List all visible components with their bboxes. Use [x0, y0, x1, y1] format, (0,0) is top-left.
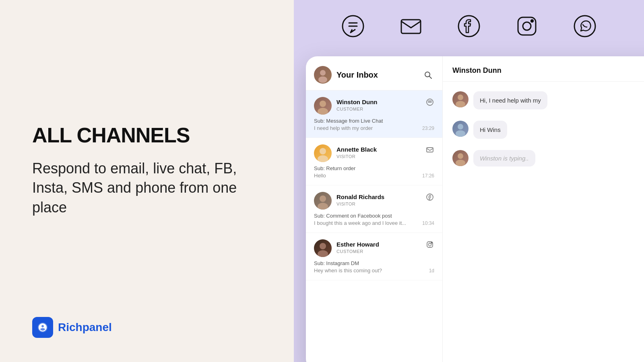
- msg-bubble-1: Hi, I need help with my: [473, 91, 547, 109]
- facebook-icon: [456, 13, 482, 39]
- conv-avatar-winston: [314, 97, 332, 115]
- inbox-title: Your Inbox: [336, 70, 378, 80]
- svg-point-21: [320, 195, 326, 202]
- svg-point-31: [456, 101, 465, 107]
- conv-name-esther: Esther Howard: [336, 241, 379, 248]
- chat-panel: Winston Dunn: [443, 56, 644, 362]
- conv-item-esther[interactable]: Esther Howard CUST: [306, 233, 442, 280]
- conv-name-winston: Winston Dunn: [336, 99, 378, 105]
- instagram-icon: [514, 13, 540, 39]
- right-panel: Your Inbox: [294, 0, 644, 362]
- conv-preview-ronald: I bought this a week ago and I lovee it.…: [314, 220, 419, 226]
- msg-avatar-3: [452, 150, 469, 166]
- svg-point-9: [320, 70, 326, 76]
- live-chat-icon: [340, 13, 366, 39]
- inbox-header: Your Inbox: [306, 56, 442, 90]
- conv-preview-annette: Hello: [314, 173, 419, 179]
- msg-row-3: Winston is typing..: [452, 150, 644, 167]
- svg-point-22: [318, 203, 328, 210]
- conv-name-ronald: Ronald Richards: [336, 193, 384, 200]
- email-icon: [398, 13, 424, 39]
- svg-point-7: [531, 20, 533, 22]
- conv-time-esther: 1d: [429, 268, 434, 274]
- conv-time-ronald: 10:34: [422, 220, 434, 226]
- conv-item-annette[interactable]: Annette Black VISITOR: [306, 138, 442, 185]
- msg-bubble-2: Hi Wins: [473, 121, 507, 139]
- svg-point-30: [458, 95, 463, 100]
- conv-channel-email-icon: [425, 145, 434, 154]
- conv-time-winston: 23:29: [422, 125, 434, 131]
- conv-preview-esther: Hey when is this coming out?: [314, 267, 426, 274]
- conversation-list: Winston Dunn CUSTO: [306, 90, 442, 362]
- conv-subject-annette: Sub: Return order: [314, 165, 434, 171]
- conv-item-winston[interactable]: Winston Dunn CUSTO: [306, 90, 442, 138]
- svg-point-35: [456, 160, 465, 166]
- svg-point-10: [318, 76, 327, 83]
- svg-point-34: [458, 153, 463, 159]
- subtext: Respond to email, live chat, FB, Insta, …: [32, 159, 242, 218]
- conv-subject-ronald: Sub: Comment on Facebook post: [314, 213, 434, 219]
- left-panel: ALL CHANNELS Respond to email, live chat…: [0, 0, 294, 362]
- search-button[interactable]: [421, 68, 434, 81]
- conv-channel-chat-icon: [425, 98, 434, 107]
- conv-info-winston: Winston Dunn CUSTO: [336, 97, 434, 111]
- conv-channel-insta-icon: [425, 240, 434, 249]
- svg-line-12: [429, 76, 431, 78]
- inbox-panel: Your Inbox: [306, 56, 443, 362]
- conv-item-ronald[interactable]: Ronald Richards VISITOR: [306, 185, 442, 233]
- whatsapp-icon: [572, 13, 598, 39]
- msg-row-2: Hi Wins: [452, 121, 644, 139]
- svg-point-28: [431, 243, 432, 243]
- msg-avatar-2: [452, 121, 469, 137]
- conv-info-ronald: Ronald Richards VISITOR: [336, 192, 434, 206]
- device-area: Your Inbox: [294, 52, 644, 362]
- conv-avatar-ronald: [314, 192, 332, 210]
- svg-point-33: [456, 130, 465, 137]
- logo-section: Richpanel: [32, 317, 270, 338]
- chat-messages: Hi, I need help with my Hi Wins: [443, 82, 644, 362]
- chat-header-name: Winston Dunn: [452, 66, 502, 75]
- inbox-header-left: Your Inbox: [314, 66, 378, 84]
- svg-rect-3: [401, 20, 421, 33]
- conv-time-annette: 17:26: [422, 173, 434, 179]
- headline: ALL CHANNELS: [32, 124, 270, 147]
- logo-name: Richpanel: [58, 321, 112, 334]
- svg-point-6: [523, 22, 531, 30]
- msg-avatar-1: [452, 91, 469, 107]
- conv-subject-esther: Sub: Instagram DM: [314, 260, 434, 266]
- conv-preview-winston: I need help with my order: [314, 125, 419, 131]
- conv-avatar-esther: [314, 239, 332, 257]
- conv-avatar-annette: [314, 144, 332, 162]
- conv-info-annette: Annette Black VISITOR: [336, 144, 434, 159]
- conv-badge-winston: CUSTOMER: [336, 107, 434, 111]
- svg-point-18: [320, 148, 326, 154]
- svg-point-32: [458, 124, 463, 130]
- svg-rect-20: [427, 148, 433, 152]
- conv-info-esther: Esther Howard CUST: [336, 239, 434, 254]
- svg-point-27: [429, 243, 431, 246]
- chat-header: Winston Dunn: [443, 56, 644, 82]
- svg-point-24: [320, 243, 326, 249]
- app-card: Your Inbox: [306, 56, 644, 362]
- msg-row-1: Hi, I need help with my: [452, 91, 644, 109]
- left-content: ALL CHANNELS Respond to email, live chat…: [32, 24, 270, 317]
- conv-badge-annette: VISITOR: [336, 154, 434, 159]
- conv-channel-fb-icon: [425, 193, 434, 202]
- conv-badge-ronald: VISITOR: [336, 202, 434, 206]
- conv-name-annette: Annette Black: [336, 146, 377, 153]
- richpanel-logo-icon: [32, 317, 53, 338]
- conv-badge-esther: CUSTOMER: [336, 249, 434, 254]
- svg-point-11: [425, 72, 430, 77]
- inbox-header-avatar: [314, 66, 332, 84]
- svg-point-14: [318, 108, 328, 115]
- msg-typing: Winston is typing..: [473, 150, 535, 167]
- svg-point-13: [320, 101, 326, 107]
- conv-subject-winston: Sub: Message from Live Chat: [314, 118, 434, 124]
- svg-point-19: [318, 155, 328, 162]
- channel-bar: [294, 0, 644, 52]
- svg-point-25: [318, 250, 328, 257]
